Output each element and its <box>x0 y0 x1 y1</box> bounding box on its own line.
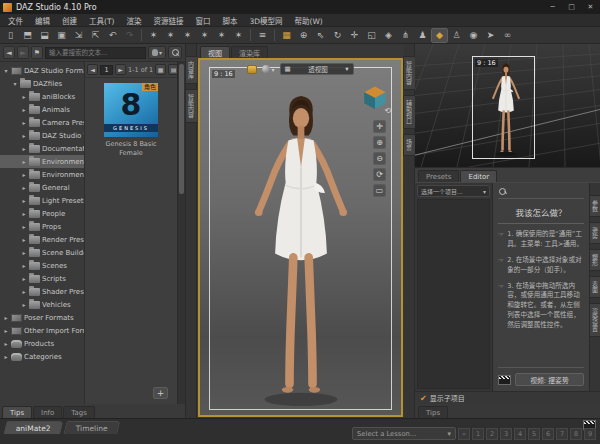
lesson-number-button[interactable]: 2 <box>486 428 498 440</box>
posing-tab[interactable]: Editor <box>460 170 497 182</box>
dock-pane-tab[interactable]: 姿势 <box>589 222 600 244</box>
tree-expand-arrow-icon[interactable]: ▸ <box>3 353 9 360</box>
page-number[interactable]: 1 <box>100 65 113 75</box>
tree-expand-arrow-icon[interactable]: ▸ <box>21 236 27 243</box>
add-content-button[interactable]: + <box>153 387 168 399</box>
tree-item[interactable]: ▸ Shader Presets <box>0 285 84 298</box>
undo-icon[interactable]: ↶ <box>104 28 121 43</box>
tree-item[interactable]: ▸ Camera Presets <box>0 116 84 129</box>
library-tab[interactable]: Tags <box>63 406 95 418</box>
grid-view-icon[interactable]: ▦ <box>155 64 166 75</box>
tree-expand-arrow-icon[interactable]: ▸ <box>21 93 27 100</box>
posing-tab[interactable]: Presets <box>418 170 459 182</box>
menu-item[interactable]: 渲染 <box>120 15 147 26</box>
menu-item[interactable]: 窗口 <box>189 15 216 26</box>
video-posing-button[interactable]: 视频: 摆姿势 <box>515 373 584 386</box>
lesson-number-button[interactable]: 7 <box>556 428 568 440</box>
checkbox-checked-icon[interactable]: ✔ <box>420 394 427 403</box>
aux-viewport[interactable]: 9 : 16 <box>415 44 600 168</box>
tree-item[interactable]: ▸ General <box>0 181 84 194</box>
camera-view-selector[interactable]: ▦ 透视图 ▾ <box>280 63 354 75</box>
tree-expand-arrow-icon[interactable]: ▸ <box>21 132 27 139</box>
redo-icon[interactable]: ↷ <box>121 28 138 43</box>
new-file-icon[interactable]: ▯ <box>2 28 19 43</box>
tree-item[interactable]: ▸ aniBlocks <box>0 90 84 103</box>
menu-item[interactable]: 帮助(W) <box>288 15 328 26</box>
minimize-button[interactable]: ─ <box>543 0 562 14</box>
dock-pane-tab[interactable]: 智能内容 <box>185 89 198 123</box>
lesson-number-button[interactable]: 4 <box>514 428 526 440</box>
create-light-icon[interactable]: ✶ <box>179 28 196 43</box>
dock-pane-tab[interactable]: 内容库 <box>185 56 198 84</box>
node-selection-icon[interactable]: ◈ <box>380 28 397 43</box>
property-group-list[interactable] <box>417 199 490 389</box>
menu-item[interactable]: 编辑 <box>29 15 56 26</box>
create-prop-icon[interactable]: ✶ <box>162 28 179 43</box>
translate-tool-icon[interactable]: ✛ <box>346 28 363 43</box>
tree-expand-arrow-icon[interactable]: ▸ <box>21 288 27 295</box>
tree-expand-arrow-icon[interactable]: ▸ <box>21 197 27 204</box>
create-camera-icon[interactable]: ✶ <box>196 28 213 43</box>
people-icon[interactable]: ♙ <box>448 28 465 43</box>
tree-expand-arrow-icon[interactable]: ▸ <box>21 171 27 178</box>
library-tab[interactable]: Tips <box>2 406 32 418</box>
surface-selection-icon[interactable]: ➤ <box>482 28 499 43</box>
search-input[interactable] <box>45 47 146 59</box>
link-icon[interactable]: ∞ <box>499 28 516 43</box>
lesson-number-button[interactable]: 1 <box>472 428 484 440</box>
show-sub-items-label[interactable]: 显示子项目 <box>430 393 465 403</box>
zoom-out-icon[interactable]: ⊖ <box>373 152 386 165</box>
tree-expand-arrow-icon[interactable]: ▸ <box>21 210 27 217</box>
select-item-dropdown[interactable]: 选择一个项目... ▾ <box>417 185 490 197</box>
menu-item[interactable]: 脚本 <box>216 15 243 26</box>
tree-expand-arrow-icon[interactable]: ▸ <box>21 249 27 256</box>
lesson-number-button[interactable]: 5 <box>528 428 540 440</box>
tree-item[interactable]: ▾ DAZ Studio Formats <box>0 64 84 77</box>
save-icon[interactable]: ▣ <box>53 28 70 43</box>
tree-item[interactable]: ▸ Poser Formats <box>0 311 84 324</box>
next-page-button[interactable]: ► <box>115 64 126 75</box>
timeline-tab[interactable]: aniMate2 <box>3 421 63 434</box>
lesson-number-button[interactable]: 3 <box>500 428 512 440</box>
lesson-dropdown[interactable]: Select a Lesson... ▾ <box>352 427 456 440</box>
aspect-frame-handle-icon[interactable] <box>247 65 257 74</box>
camera-sphere-dropdown[interactable]: ▾ <box>262 65 274 73</box>
tree-item[interactable]: ▸ Props <box>0 220 84 233</box>
dock-pane-tab[interactable]: 参数 <box>589 195 600 217</box>
lesson-number-button[interactable]: 8 <box>570 428 582 440</box>
tree-item[interactable]: ▸ Light Presets <box>0 194 84 207</box>
orbit-tool-icon[interactable]: ⟳ <box>373 168 386 181</box>
create-figure-icon[interactable]: ✶ <box>145 28 162 43</box>
lesson-number-button[interactable]: 9 <box>584 428 596 440</box>
tree-item[interactable]: ▸ Scripts <box>0 272 84 285</box>
back-button[interactable]: ◄ <box>3 46 15 59</box>
scene-grid-icon[interactable]: ▦ <box>278 28 295 43</box>
tree-item[interactable]: ▸ Environments <box>0 168 84 181</box>
tree-expand-arrow-icon[interactable]: ▾ <box>12 80 18 87</box>
globe-icon[interactable]: ⊕ <box>295 28 312 43</box>
tips-tab[interactable]: Tips <box>418 406 448 418</box>
tree-expand-arrow-icon[interactable]: ▸ <box>21 301 27 308</box>
dock-pane-tab[interactable]: 智能内容 <box>403 56 416 90</box>
tree-expand-arrow-icon[interactable]: ▸ <box>3 340 9 347</box>
tree-expand-arrow-icon[interactable]: ▾ <box>3 67 9 74</box>
create-null-icon[interactable]: ✶ <box>230 28 247 43</box>
tree-expand-arrow-icon[interactable]: ▸ <box>21 119 27 126</box>
rotate-tool-icon[interactable]: ↻ <box>329 28 346 43</box>
menu-item[interactable]: 3D模型网 <box>243 15 288 26</box>
menu-item[interactable]: 工具(T) <box>83 15 120 26</box>
database-filter-dropdown[interactable]: ▾ <box>148 46 166 59</box>
timeline-tab[interactable]: Timeline <box>63 421 120 434</box>
menu-item[interactable]: 资源链接 <box>147 15 189 26</box>
tree-expand-arrow-icon[interactable]: ▸ <box>21 158 27 165</box>
viewport-tab[interactable]: 渲染库 <box>231 46 268 58</box>
tree-expand-arrow-icon[interactable]: ▸ <box>21 145 27 152</box>
pointer-tool-icon[interactable]: ⇖ <box>312 28 329 43</box>
merge-file-icon[interactable]: ⬓ <box>36 28 53 43</box>
forward-button[interactable]: ► <box>17 46 29 59</box>
tree-expand-arrow-icon[interactable]: ▸ <box>21 223 27 230</box>
zoom-in-icon[interactable]: ⊕ <box>373 136 386 149</box>
tree-expand-arrow-icon[interactable]: ▸ <box>21 184 27 191</box>
tree-item[interactable]: ▸ Scene Builder <box>0 246 84 259</box>
tree-item[interactable]: ▾ DAZfiles <box>0 77 84 90</box>
